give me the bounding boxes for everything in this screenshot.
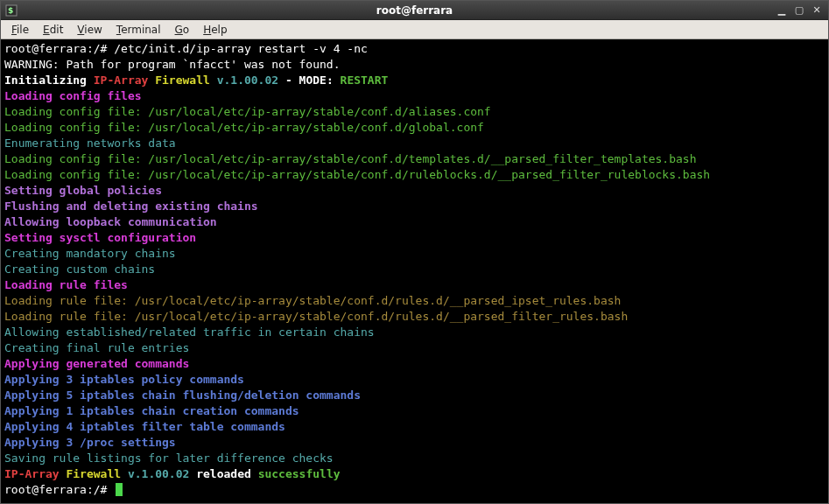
rule-line: Loading rule file: /usr/local/etc/ip-arr… [4,310,628,323]
init-restart: RESTART [341,74,389,87]
apply-line: Applying 1 iptables chain creation comma… [4,404,299,417]
menu-edit[interactable]: Edit [38,22,68,38]
prompt: root@ferrara:/# [4,483,114,496]
status-line: Setting global policies [4,184,162,197]
status-line: Enumerating networks data [4,136,176,150]
apply-line: Applying 3 iptables policy commands [4,373,244,386]
prompt: root@ferrara:/# [4,42,114,55]
config-line: Loading config file: /usr/local/etc/ip-a… [4,168,710,181]
status-line: Allowing loopback communication [4,215,217,228]
terminal-window: $ root@ferrara ▁ ▢ ✕ File Edit View Term… [0,0,829,504]
app-icon: $ [4,4,18,18]
menu-file[interactable]: File [6,22,34,38]
status-line: Creating final rule entries [4,341,189,354]
status-line: Allowing established/related traffic in … [4,326,375,339]
section-header: Loading config files [4,89,142,102]
section-header: Loading rule files [4,278,128,291]
warning-line: WARNING: Path for program `nfacct' was n… [4,58,341,71]
init-mode: - MODE: [278,74,340,87]
final-fw: Firewall [60,467,121,480]
config-line: Loading config file: /usr/local/etc/ip-a… [4,105,491,118]
status-line: Creating custom chains [4,262,155,276]
final-ip: IP-Array [4,467,60,480]
init-ip: IP-Array [94,74,149,87]
close-button[interactable]: ✕ [811,4,823,17]
init-fw: Firewall [148,74,209,87]
menu-go[interactable]: Go [170,22,195,38]
menu-view[interactable]: View [72,22,107,38]
config-line: Loading config file: /usr/local/etc/ip-a… [4,152,697,165]
config-line: Loading config file: /usr/local/etc/ip-a… [4,121,484,134]
status-line: Creating mandatory chains [4,247,176,260]
window-controls: ▁ ▢ ✕ [776,4,828,17]
titlebar[interactable]: $ root@ferrara ▁ ▢ ✕ [1,1,828,20]
svg-text:$: $ [8,6,13,15]
terminal-output[interactable]: root@ferrara:/# /etc/init.d/ip-array res… [1,39,828,503]
menu-terminal[interactable]: Terminal [111,22,166,38]
apply-line: Applying 4 iptables filter table command… [4,420,285,433]
final-success: successfully [258,467,341,480]
final-reloaded: reloaded [189,467,257,480]
maximize-button[interactable]: ▢ [793,4,805,17]
section-header: Applying generated commands [4,357,189,370]
status-line: Saving rule listings for later differenc… [4,452,334,465]
menu-help[interactable]: Help [198,22,232,38]
apply-line: Applying 5 iptables chain flushing/delet… [4,388,361,402]
rule-line: Loading rule file: /usr/local/etc/ip-arr… [4,294,621,307]
apply-line: Applying 3 /proc settings [4,436,176,449]
status-line: Flushing and deleting existing chains [4,200,258,213]
section-header: Setting sysctl configuration [4,231,196,244]
cursor-block [116,483,123,496]
menubar: File Edit View Terminal Go Help [1,20,828,39]
final-ver: v.1.00.02 [121,467,189,480]
window-title: root@ferrara [1,4,828,17]
init-ver: v.1.00.02 [210,74,278,87]
minimize-button[interactable]: ▁ [776,4,788,17]
init-prefix: Initializing [4,74,94,87]
command-text: /etc/init.d/ip-array restart -v 4 -nc [114,42,368,55]
